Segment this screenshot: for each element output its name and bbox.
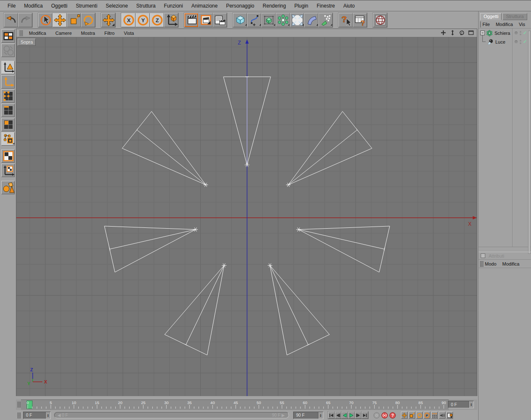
- viewport-rotate-button[interactable]: [458, 29, 465, 36]
- render-settings-button[interactable]: [213, 13, 227, 27]
- spinner-arrows-icon[interactable]: ▲▼: [45, 412, 50, 419]
- key-position-button[interactable]: [401, 412, 408, 419]
- menu-selezione[interactable]: Selezione: [102, 3, 132, 9]
- menu-personaggio[interactable]: Personaggio: [222, 3, 258, 9]
- attr-menu-modo[interactable]: Modo: [485, 261, 497, 266]
- transport-grip[interactable]: [17, 412, 21, 418]
- viewport-pan-button[interactable]: [440, 29, 447, 36]
- timeline-frame-field[interactable]: 0 F ▲▼: [448, 401, 474, 408]
- key-pla-button[interactable]: [431, 412, 438, 419]
- timeline-frame-value[interactable]: 0 F: [448, 402, 469, 407]
- add-cube-button[interactable]: [233, 13, 247, 27]
- viewport-zoom-button[interactable]: [449, 29, 456, 36]
- undo-button[interactable]: [4, 13, 18, 27]
- render-picture-viewer-button[interactable]: [198, 13, 213, 27]
- goto-end-button[interactable]: [362, 412, 368, 419]
- menu-file[interactable]: File: [3, 3, 20, 9]
- autokey-question-button[interactable]: ?: [389, 412, 396, 419]
- active-tool-move-button[interactable]: [101, 13, 115, 27]
- previous-frame-button[interactable]: [335, 412, 341, 419]
- texture-mode-button[interactable]: [1, 149, 15, 163]
- menu-struttura[interactable]: Struttura: [132, 3, 160, 9]
- frame-range-slider[interactable]: ◀ 0 F 90 F ▶: [54, 412, 289, 418]
- collapse-toggle[interactable]: [480, 31, 485, 35]
- key-scale-button[interactable]: [409, 412, 415, 419]
- frame-ruler[interactable]: 051015202530354045505560657075808590: [21, 399, 449, 410]
- vp-menu-camere[interactable]: Camere: [51, 31, 76, 36]
- add-deformer-button[interactable]: [304, 13, 318, 27]
- menu-finestre[interactable]: Finestre: [312, 3, 339, 9]
- attributes-grip[interactable]: [480, 261, 484, 267]
- tab-struttura[interactable]: Struttura: [502, 13, 527, 20]
- add-environment-button[interactable]: [318, 13, 333, 27]
- help-button[interactable]: ?: [338, 13, 353, 27]
- current-frame-value[interactable]: 0 F: [23, 413, 45, 417]
- add-array-button[interactable]: [276, 13, 290, 27]
- object-row-schiera[interactable]: Schiera ✓: [479, 29, 531, 37]
- menu-modifica[interactable]: Modifica: [20, 3, 47, 9]
- record-disabled-button[interactable]: [373, 412, 380, 419]
- rotate-tool-button[interactable]: [81, 13, 95, 27]
- key-rotation-button[interactable]: [416, 412, 423, 419]
- goto-start-button[interactable]: [328, 412, 335, 419]
- render-view-button[interactable]: [184, 13, 198, 27]
- current-frame-field[interactable]: 0 F ▲▼: [23, 412, 51, 419]
- menu-oggetti[interactable]: Oggetti: [47, 3, 72, 9]
- attr-menu-modifica[interactable]: Modifica: [502, 261, 520, 266]
- visibility-dots[interactable]: ✓: [515, 39, 527, 44]
- spinner-arrows-icon[interactable]: ▲▼: [318, 412, 323, 419]
- visibility-dots[interactable]: ✓: [515, 30, 527, 36]
- om-menu-file[interactable]: File: [482, 22, 490, 27]
- attributes-lock-checkbox[interactable]: [481, 253, 485, 258]
- menu-aiuto[interactable]: Aiuto: [339, 3, 359, 9]
- object-name[interactable]: Luce: [495, 39, 505, 44]
- panel-scrollbar[interactable]: [528, 31, 531, 254]
- object-axis-mode-button[interactable]: [1, 75, 15, 89]
- key-parameter-button[interactable]: P: [424, 412, 430, 419]
- menu-strumenti[interactable]: Strumenti: [72, 3, 102, 9]
- move-tool-button[interactable]: [52, 13, 67, 27]
- html-help-button[interactable]: ?: [353, 13, 367, 27]
- tab-oggetti[interactable]: Oggetti: [480, 13, 502, 20]
- polygons-mode-button[interactable]: [1, 118, 15, 131]
- add-spline-button[interactable]: [247, 13, 261, 27]
- texture-tool-mode-button[interactable]: [1, 132, 15, 146]
- browser-button[interactable]: [373, 13, 387, 27]
- object-name[interactable]: Schiera: [495, 31, 510, 36]
- texture-axis-mode-button[interactable]: [1, 164, 15, 177]
- record-keyframe-button[interactable]: [381, 412, 388, 419]
- model-mode-button[interactable]: [1, 181, 15, 194]
- object-manager-grip[interactable]: [480, 21, 481, 27]
- menu-plugin[interactable]: Plugin: [290, 3, 312, 9]
- om-menu-modifica[interactable]: Modifica: [496, 22, 513, 27]
- play-backward-button[interactable]: [341, 412, 348, 419]
- viewport-maximize-button[interactable]: [468, 29, 474, 36]
- live-selection-button[interactable]: [38, 13, 52, 27]
- object-row-luce[interactable]: Luce ✓: [479, 37, 531, 46]
- lock-z-button[interactable]: Z: [150, 13, 164, 27]
- make-editable-button[interactable]: [1, 61, 15, 74]
- timeline-ruler[interactable]: 051015202530354045505560657075808590 0 F…: [16, 399, 477, 410]
- vp-menu-filtro[interactable]: Filtro: [100, 31, 119, 36]
- view-name-label[interactable]: Sopra: [18, 39, 36, 46]
- next-frame-button[interactable]: [355, 412, 362, 419]
- timeline-grip[interactable]: [17, 402, 21, 407]
- menu-animazione[interactable]: Animazione: [187, 3, 222, 9]
- sound-button[interactable]: [439, 412, 445, 419]
- lock-y-button[interactable]: Y: [135, 13, 150, 27]
- convert-button[interactable]: [1, 44, 15, 57]
- coordinate-system-button[interactable]: [164, 13, 178, 27]
- viewport-canvas[interactable]: XZZXY Sopra: [16, 37, 477, 396]
- vp-menu-modifica[interactable]: Modifica: [24, 31, 51, 36]
- end-frame-field[interactable]: 90 F ▲▼: [293, 412, 323, 419]
- spinner-arrows-icon[interactable]: ▲▼: [469, 401, 474, 408]
- points-mode-button[interactable]: [1, 89, 15, 103]
- redo-button[interactable]: [18, 13, 32, 27]
- play-forward-button[interactable]: [348, 412, 355, 419]
- edges-mode-button[interactable]: [1, 104, 15, 117]
- lock-x-button[interactable]: X: [121, 13, 135, 27]
- menu-rendering[interactable]: Rendering: [258, 3, 290, 9]
- end-frame-value[interactable]: 90 F: [294, 413, 318, 417]
- menu-funzioni[interactable]: Funzioni: [160, 3, 187, 9]
- layout-button[interactable]: [1, 29, 15, 43]
